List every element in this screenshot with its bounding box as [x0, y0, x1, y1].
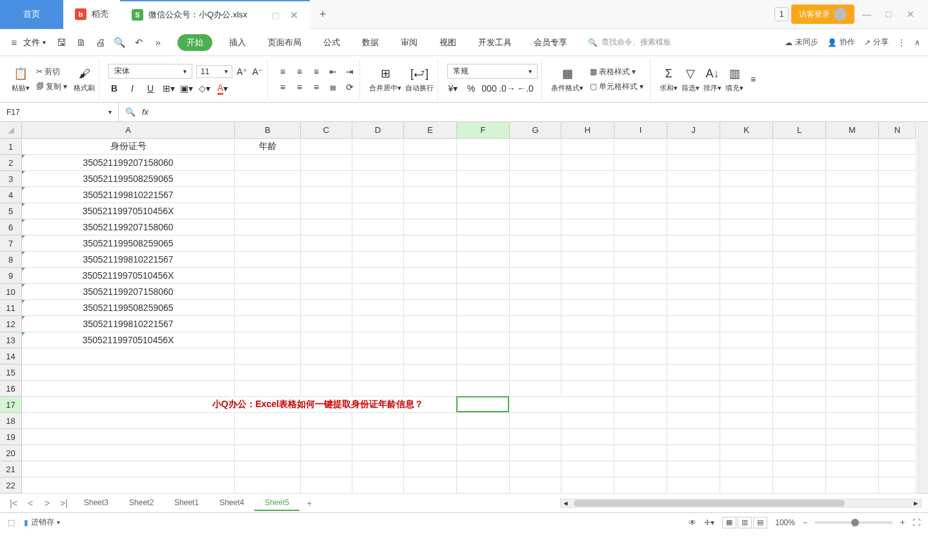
zoom-in-button[interactable]: +	[900, 518, 905, 527]
cell-K8[interactable]	[720, 252, 773, 268]
cell-L13[interactable]	[773, 332, 826, 348]
cell-F7[interactable]	[457, 235, 510, 252]
cell-L8[interactable]	[773, 252, 826, 268]
table-style-button[interactable]: ▦表格样式▾	[587, 65, 646, 79]
cell-K6[interactable]	[720, 219, 773, 235]
cell-C19[interactable]	[301, 429, 352, 445]
cell-N7[interactable]	[879, 235, 916, 252]
cell-H22[interactable]	[561, 477, 614, 494]
format-painter-button[interactable]: 🖌格式刷	[74, 65, 95, 93]
cell-L7[interactable]	[773, 235, 826, 252]
cell-A21[interactable]	[22, 461, 235, 477]
cell-G3[interactable]	[510, 171, 561, 187]
cell-H1[interactable]	[561, 139, 614, 155]
cell-L22[interactable]	[773, 477, 826, 494]
tab-pagelayout[interactable]: 页面布局	[263, 34, 307, 51]
cell-N2[interactable]	[879, 155, 916, 171]
cell-F15[interactable]	[457, 365, 510, 381]
row-header-17[interactable]: 17	[0, 397, 22, 413]
formula-input[interactable]	[155, 107, 922, 117]
cell-B10[interactable]	[235, 284, 301, 300]
cell-D9[interactable]	[352, 268, 404, 284]
cell-C6[interactable]	[301, 219, 352, 235]
cell-H7[interactable]	[561, 235, 614, 252]
sheet-nav-first[interactable]: |<	[6, 496, 21, 510]
cell-J10[interactable]	[667, 284, 720, 300]
cell-B12[interactable]	[235, 316, 301, 332]
dec-inc-icon[interactable]: .0→	[501, 83, 513, 94]
cell-I4[interactable]	[614, 187, 667, 203]
search-box[interactable]: 🔍 查找命令、搜索模板	[588, 37, 671, 48]
cell-K20[interactable]	[720, 445, 773, 461]
cell-G20[interactable]	[510, 445, 561, 461]
cell-M1[interactable]	[826, 139, 879, 155]
cell-E15[interactable]	[404, 365, 457, 381]
cell-A3[interactable]: 350521199508259065	[22, 171, 235, 187]
cell-E11[interactable]	[404, 300, 457, 316]
cell-N11[interactable]	[879, 300, 916, 316]
cell-H15[interactable]	[561, 365, 614, 381]
add-tab-button[interactable]: +	[310, 0, 336, 29]
cell-F18[interactable]	[457, 413, 510, 429]
cell-J17[interactable]	[667, 397, 720, 413]
row-header-9[interactable]: 9	[0, 268, 22, 284]
cell-B5[interactable]	[235, 203, 301, 219]
row-header-4[interactable]: 4	[0, 187, 22, 203]
cell-F16[interactable]	[457, 381, 510, 397]
decrease-font-icon[interactable]: A⁻	[252, 66, 263, 77]
tab-insert[interactable]: 插入	[224, 34, 251, 51]
fx-icon[interactable]: fx	[142, 107, 148, 117]
cell-N5[interactable]	[879, 203, 916, 219]
cell-M22[interactable]	[826, 477, 879, 494]
menu-more-icon[interactable]: ⋮	[898, 38, 905, 47]
row-header-5[interactable]: 5	[0, 203, 22, 219]
underline-button[interactable]: U	[145, 83, 156, 94]
cell-E18[interactable]	[404, 413, 457, 429]
cond-format-button[interactable]: ▦条件格式▾	[551, 65, 583, 93]
row-header-11[interactable]: 11	[0, 300, 22, 316]
cell-H20[interactable]	[561, 445, 614, 461]
cell-L11[interactable]	[773, 300, 826, 316]
col-header-N[interactable]: N	[879, 122, 916, 139]
indent-left-icon[interactable]: ⇤	[327, 66, 339, 77]
dec-dec-icon[interactable]: ←.0	[519, 83, 531, 94]
cell-B11[interactable]	[235, 300, 301, 316]
cell-C7[interactable]	[301, 235, 352, 252]
cell-F3[interactable]	[457, 171, 510, 187]
cell-J12[interactable]	[667, 316, 720, 332]
col-header-F[interactable]: F	[457, 122, 510, 139]
align-top-icon[interactable]: ≡	[277, 66, 288, 77]
cell-C3[interactable]	[301, 171, 352, 187]
row-header-10[interactable]: 10	[0, 284, 22, 300]
row-header-1[interactable]: 1	[0, 139, 22, 155]
ribbon-more-icon[interactable]: ≡	[747, 74, 759, 85]
cell-H19[interactable]	[561, 429, 614, 445]
cell-B16[interactable]	[235, 381, 301, 397]
view-break[interactable]: ▤	[753, 517, 767, 528]
row-header-19[interactable]: 19	[0, 429, 22, 445]
cell-B18[interactable]	[235, 413, 301, 429]
filter-button[interactable]: ▽筛选▾	[681, 65, 700, 93]
cell-N4[interactable]	[879, 187, 916, 203]
cell-D6[interactable]	[352, 219, 404, 235]
cell-B9[interactable]	[235, 268, 301, 284]
cell-A6[interactable]: 350521199207158060	[22, 219, 235, 235]
sheet-tab-Sheet3[interactable]: Sheet3	[74, 495, 119, 511]
cell-L12[interactable]	[773, 316, 826, 332]
wrap-button[interactable]: [⮐]自动换行	[405, 65, 434, 93]
save-icon[interactable]: 🖫	[55, 36, 68, 49]
cell-D11[interactable]	[352, 300, 404, 316]
cell-G4[interactable]	[510, 187, 561, 203]
cell-C5[interactable]	[301, 203, 352, 219]
close-window-button[interactable]: ✕	[901, 5, 920, 24]
increase-font-icon[interactable]: A⁺	[236, 66, 248, 77]
cell-style-button[interactable]: ▢单元格样式▾	[587, 80, 646, 94]
eye-icon[interactable]: 👁	[689, 518, 696, 527]
cell-D7[interactable]	[352, 235, 404, 252]
cell-M19[interactable]	[826, 429, 879, 445]
cell-C13[interactable]	[301, 332, 352, 348]
cell-A7[interactable]: 350521199508259065	[22, 235, 235, 252]
font-select[interactable]: 宋体▾	[108, 64, 192, 79]
cell-I11[interactable]	[614, 300, 667, 316]
cell-C20[interactable]	[301, 445, 352, 461]
